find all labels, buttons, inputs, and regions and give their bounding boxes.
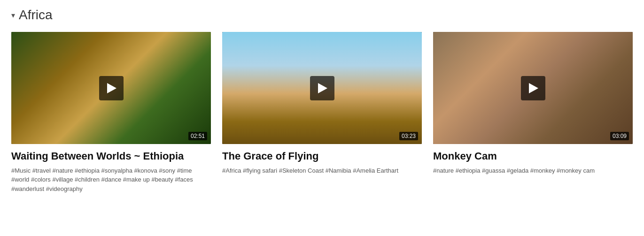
play-button[interactable] bbox=[521, 76, 545, 100]
video-tags: #Africa #flying safari #Skeleton Coast #… bbox=[222, 166, 422, 175]
video-card[interactable]: 03:09 Monkey Cam #nature #ethiopia #guas… bbox=[433, 32, 633, 193]
video-card[interactable]: 03:23 The Grace of Flying #Africa #flyin… bbox=[222, 32, 422, 193]
video-tags: #nature #ethiopia #guassa #gelada #monke… bbox=[433, 166, 633, 175]
thumbnail-container[interactable]: 03:09 bbox=[433, 32, 633, 144]
section-container: ▾ Africa 02:51 Waiting Between Worlds ~ … bbox=[11, 8, 633, 193]
video-title: The Grace of Flying bbox=[222, 150, 422, 163]
play-button[interactable] bbox=[99, 76, 124, 100]
duration-badge: 03:23 bbox=[399, 132, 418, 140]
video-card[interactable]: 02:51 Waiting Between Worlds ~ Ethiopia … bbox=[11, 32, 211, 193]
play-icon bbox=[318, 83, 327, 93]
section-title: Africa bbox=[19, 8, 53, 23]
video-tags: #Music #travel #nature #ethiopia #sonyal… bbox=[11, 166, 211, 194]
play-icon bbox=[107, 83, 116, 93]
duration-badge: 02:51 bbox=[188, 132, 207, 140]
section-header: ▾ Africa bbox=[11, 8, 633, 23]
play-button[interactable] bbox=[310, 76, 334, 100]
collapse-icon[interactable]: ▾ bbox=[11, 11, 15, 20]
play-icon bbox=[529, 83, 538, 93]
thumbnail-container[interactable]: 03:23 bbox=[222, 32, 422, 144]
thumbnail-container[interactable]: 02:51 bbox=[11, 32, 211, 144]
video-title: Monkey Cam bbox=[433, 150, 633, 163]
video-title: Waiting Between Worlds ~ Ethiopia bbox=[11, 150, 211, 163]
duration-badge: 03:09 bbox=[610, 132, 629, 140]
video-grid: 02:51 Waiting Between Worlds ~ Ethiopia … bbox=[11, 32, 633, 193]
